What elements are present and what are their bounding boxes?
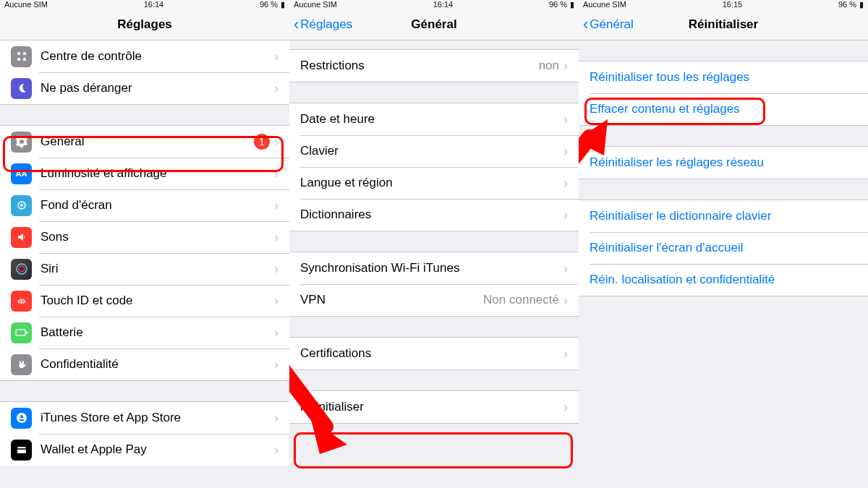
row-itunes-store[interactable]: iTunes Store et App Store › (0, 402, 289, 434)
svg-rect-12 (17, 448, 26, 450)
screen-settings: Aucune SIM 16:14 96 %▮ Réglages Centre d… (0, 0, 289, 488)
status-bar: Aucune SIM 16:15 96 %▮ (579, 0, 868, 9)
row-general[interactable]: Général 1 › (0, 126, 289, 158)
row-privacy[interactable]: Confidentialité › (0, 348, 289, 380)
chevron-right-icon: › (274, 198, 278, 213)
svg-point-7 (19, 266, 25, 272)
page-title: Réglages (117, 17, 172, 32)
chevron-right-icon: › (563, 176, 568, 191)
chevron-right-icon: › (563, 400, 568, 415)
row-label: Réin. localisation et confidentialité (590, 273, 857, 287)
row-detail: Non connecté (483, 293, 559, 307)
chevron-right-icon: › (563, 144, 568, 159)
row-label: Réinitialiser le dictionnaire clavier (590, 209, 857, 223)
chevron-right-icon: › (274, 411, 278, 426)
row-label: Ne pas déranger (41, 81, 274, 95)
battery-icon (11, 322, 32, 343)
screen-general: Aucune SIM 16:14 96 %▮ ‹ Réglages Généra… (289, 0, 579, 488)
speaker-icon (11, 227, 32, 248)
chevron-right-icon: › (563, 207, 568, 223)
wallet-icon (11, 440, 32, 461)
row-vpn[interactable]: VPN Non connecté › (289, 284, 579, 316)
gear-icon (11, 132, 32, 153)
row-label: Siri (41, 262, 274, 276)
carrier-label: Aucune SIM (294, 0, 337, 9)
row-label: iTunes Store et App Store (41, 411, 274, 425)
row-do-not-disturb[interactable]: Ne pas déranger › (0, 72, 289, 104)
wallpaper-icon (11, 195, 32, 216)
row-label: Dictionnaires (300, 207, 563, 222)
back-label: Réglages (300, 17, 352, 32)
svg-point-5 (20, 204, 23, 207)
control-center-icon (11, 46, 32, 67)
row-label: Réinitialiser (300, 400, 563, 414)
row-control-center[interactable]: Centre de contrôle › (0, 40, 289, 72)
row-siri[interactable]: Siri › (0, 253, 289, 285)
row-wallpaper[interactable]: Fond d'écran › (0, 189, 289, 221)
screen-reset: Aucune SIM 16:15 96 %▮ ‹ Général Réiniti… (579, 0, 868, 488)
battery-icon: ▮ (281, 0, 285, 9)
row-label: Langue et région (300, 176, 563, 190)
row-label: Clavier (300, 144, 563, 158)
moon-icon (11, 78, 32, 99)
chevron-right-icon: › (274, 262, 278, 277)
row-label: Fond d'écran (41, 198, 274, 213)
back-button[interactable]: ‹ Général (583, 17, 634, 33)
nav-bar: ‹ Général Réinitialiser (579, 9, 868, 40)
row-dictionaries[interactable]: Dictionnaires › (289, 199, 579, 231)
row-label: Sons (41, 230, 274, 244)
row-language-region[interactable]: Langue et région › (289, 167, 579, 199)
row-reset-all-settings[interactable]: Réinitialiser tous les réglages (579, 61, 868, 93)
chevron-right-icon: › (274, 357, 278, 372)
nav-bar: ‹ Réglages Général (289, 9, 579, 40)
row-label: VPN (300, 293, 483, 307)
row-touch-id[interactable]: Touch ID et code › (0, 285, 289, 317)
svg-rect-9 (26, 331, 27, 334)
row-itunes-wifi-sync[interactable]: Synchronisation Wi-Fi iTunes › (289, 252, 579, 284)
battery-pct: 96 % (549, 0, 567, 9)
carrier-label: Aucune SIM (4, 0, 48, 9)
row-label: Date et heure (300, 112, 563, 127)
row-display[interactable]: AA Luminosité et affichage › (0, 158, 289, 189)
row-keyboard[interactable]: Clavier › (289, 135, 579, 167)
row-label: Centre de contrôle (41, 49, 274, 64)
row-sounds[interactable]: Sons › (0, 221, 289, 253)
chevron-right-icon: › (274, 325, 278, 341)
row-restrictions[interactable]: Restrictions non › (289, 50, 579, 82)
chevron-right-icon: › (563, 59, 568, 74)
back-label: Général (590, 17, 633, 32)
row-label: Wallet et Apple Pay (41, 442, 274, 457)
chevron-right-icon: › (563, 112, 568, 127)
battery-pct: 96 % (260, 0, 278, 9)
chevron-right-icon: › (274, 134, 278, 150)
svg-rect-8 (16, 330, 25, 335)
siri-icon (11, 259, 32, 280)
display-icon: AA (11, 163, 32, 184)
row-label: Général (41, 134, 254, 149)
svg-rect-3 (23, 58, 26, 61)
row-label: Luminosité et affichage (41, 166, 274, 181)
chevron-right-icon: › (274, 294, 278, 309)
row-reset-keyboard-dict[interactable]: Réinitialiser le dictionnaire clavier (579, 200, 868, 232)
row-certifications[interactable]: Certifications › (289, 338, 579, 369)
row-wallet[interactable]: Wallet et Apple Pay › (0, 434, 289, 466)
back-button[interactable]: ‹ Réglages (294, 17, 352, 33)
row-label: Réinitialiser l'écran d'accueil (590, 241, 857, 255)
battery-icon: ▮ (859, 0, 864, 9)
hand-icon (11, 354, 32, 375)
carrier-label: Aucune SIM (583, 0, 626, 9)
svg-rect-0 (17, 52, 20, 55)
chevron-right-icon: › (563, 293, 568, 308)
row-date-time[interactable]: Date et heure › (289, 103, 579, 135)
clock: 16:15 (723, 0, 743, 9)
row-reset[interactable]: Réinitialiser › (289, 391, 579, 423)
battery-icon: ▮ (570, 0, 574, 9)
row-battery[interactable]: Batterie › (0, 317, 289, 348)
row-erase-all-content[interactable]: Effacer contenu et réglages (579, 93, 868, 125)
row-reset-network[interactable]: Réinitialiser les réglages réseau (579, 147, 868, 179)
row-reset-location-privacy[interactable]: Réin. localisation et confidentialité (579, 264, 868, 296)
status-bar: Aucune SIM 16:14 96 %▮ (289, 0, 579, 9)
row-reset-home-screen[interactable]: Réinitialiser l'écran d'accueil (579, 232, 868, 264)
row-label: Réinitialiser les réglages réseau (590, 155, 857, 170)
svg-point-6 (17, 264, 27, 274)
